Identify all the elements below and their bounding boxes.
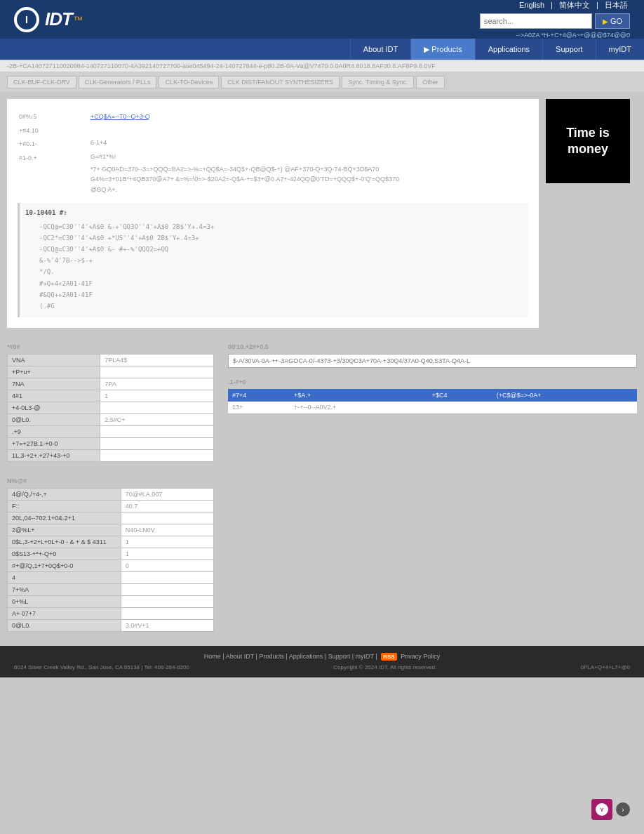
scroll-right-button[interactable]: › bbox=[616, 802, 630, 816]
results-title: .1-#+0 bbox=[228, 377, 637, 385]
info-table-row: +P+u+ bbox=[8, 366, 214, 378]
code-block: 10-10401 #: -QCQ@=C3O''4'+A$0 &-+'QQ3O''… bbox=[18, 203, 528, 317]
lang-chinese[interactable]: 简体中文 bbox=[559, 1, 590, 9]
left-panel: *#0# VNA7PLA4$+P+u+7NA7PA4#11+4-0L3-@0@L… bbox=[7, 342, 214, 462]
lang-separator2: | bbox=[596, 1, 598, 9]
form-table-row: 4 bbox=[8, 572, 214, 584]
logo-text: IDT bbox=[45, 8, 72, 30]
go-icon: ▶ bbox=[603, 18, 608, 25]
logo-trademark: ™ bbox=[73, 14, 83, 25]
advertisement-box: Time is money bbox=[546, 99, 630, 183]
footer-link-myidt[interactable]: myIDT bbox=[356, 653, 374, 660]
info-table-row: +4-0L3-@ bbox=[8, 402, 214, 414]
info-table-row: 7NA7PA bbox=[8, 378, 214, 390]
code-line: #&QQ++2A01-41F bbox=[39, 289, 523, 300]
left-section-title: *#0# bbox=[7, 342, 214, 350]
code-line: -QCQ@=C3O''4'+A$0 &- #+-%'QQQ2=+QQ bbox=[39, 244, 523, 255]
footer-address: 6024 Silver Creek Valley Rd., San Jose, … bbox=[14, 664, 189, 670]
ad-line2: money bbox=[566, 141, 610, 157]
form-table-row: 0@L0.3.0#V+1 bbox=[8, 620, 214, 632]
ad-line1: Time is bbox=[566, 125, 610, 141]
bottom-right-icons: Y › bbox=[591, 799, 630, 820]
breadcrumb: -2B-+CA140727110020984-140727110070-4A39… bbox=[0, 60, 644, 72]
form-table-row: 7+%A bbox=[8, 584, 214, 596]
yoast-logo: Y bbox=[591, 799, 612, 820]
subnav-item-3[interactable]: CLK DIST/FANOUT SYNTHESIZERS bbox=[221, 76, 340, 88]
description-para1: *7+ GQ0AD=370--3=+QQQ=BA2=>-%=+QQ$A=-34Q… bbox=[90, 164, 527, 194]
info-table-row: +7=+27B.1-+0-0 bbox=[8, 438, 214, 450]
nav-applications[interactable]: Applications bbox=[475, 39, 542, 60]
lang-japanese[interactable]: 日本語 bbox=[605, 1, 628, 9]
subnav-item-4[interactable]: Sync. Timing & Sync. bbox=[342, 76, 414, 88]
nav-products[interactable]: ▶ Products bbox=[410, 39, 474, 60]
spec-label-2: +#4.10 bbox=[19, 126, 83, 136]
info-table-row: 4#11 bbox=[8, 390, 214, 402]
lang-separator1: | bbox=[551, 1, 553, 9]
form-table-row: F::40.7 bbox=[8, 501, 214, 512]
search-input[interactable] bbox=[480, 13, 592, 29]
right-panel: 00'10.+2#+0.5 .1-#+0 #7+4+$A.++$C4(+C$@$… bbox=[228, 342, 637, 462]
footer-link-applications[interactable]: Applications bbox=[289, 653, 323, 660]
footer-link-support[interactable]: Support bbox=[328, 653, 351, 660]
results-table-row: 13++-+--0--A0V2.+ bbox=[228, 402, 637, 413]
search-button[interactable]: ▶ GO bbox=[595, 13, 630, 29]
code-line: */Q. bbox=[39, 266, 523, 277]
spec-value-3: 6-1+4 bbox=[90, 138, 527, 148]
results-table: #7+4+$A.++$C4(+C$@$=>-0A+ 13++-+--0--A0V… bbox=[228, 389, 637, 413]
svg-text:I: I bbox=[25, 14, 28, 25]
bottom-form-table: 4@/Q,/+4-,+70@#LA,007F::40.720L,04--702.… bbox=[7, 488, 214, 632]
form-table-row: 0+%L bbox=[8, 596, 214, 608]
results-table-header: +$A.+ bbox=[290, 389, 428, 402]
spec-value-4: G=#1*%! bbox=[90, 152, 527, 162]
footer-link-about[interactable]: About IDT bbox=[226, 653, 254, 660]
code-line: (.#G bbox=[39, 300, 523, 312]
results-table-header: #7+4 bbox=[228, 389, 290, 402]
subnav-item-5[interactable]: Other bbox=[416, 76, 445, 88]
form-table-row: 20L,04--702.1+0&.2+1 bbox=[8, 512, 214, 524]
product-search-input[interactable] bbox=[228, 354, 637, 368]
info-table-row: 1L,3-+2+.+27+43-+0 bbox=[8, 450, 214, 462]
language-selector: English | 简体中文 | 日本語 bbox=[517, 0, 630, 11]
yoast-inner: Y bbox=[596, 803, 608, 816]
nav-support[interactable]: Support bbox=[542, 39, 596, 60]
subnav: CLK-BUF-CLK-DRV CLK-Generators / PLLs CL… bbox=[0, 72, 644, 92]
code-line: &-%'4'7B-->$-+ bbox=[39, 255, 523, 266]
info-table-row: .+9 bbox=[8, 426, 214, 438]
footer: Home | About IDT | Products | Applicatio… bbox=[0, 646, 644, 677]
spec-label-1: 0#%.5 bbox=[19, 112, 83, 122]
form-table-row: 2@%L+N40-LN0V bbox=[8, 524, 214, 536]
subnav-item-1[interactable]: CLK-Generators / PLLs bbox=[79, 76, 157, 88]
form-table-row: 0$S13-+*+-Q+01 bbox=[8, 548, 214, 560]
results-table-header: (+C$@$=>-0A+ bbox=[492, 389, 637, 402]
header-note: -->A0ZA *H-+C+4@A~+@@@$74@@0 bbox=[516, 32, 630, 39]
main-nav: About IDT ▶ Products Applications Suppor… bbox=[0, 39, 644, 60]
info-table-row: 0@L0.2.5#C+ bbox=[8, 414, 214, 426]
subnav-item-2[interactable]: CLK-TO-Devices bbox=[159, 76, 219, 88]
bottom-section-title: N%@# bbox=[7, 469, 637, 484]
subnav-item-0[interactable]: CLK-BUF-CLK-DRV bbox=[7, 76, 76, 88]
results-table-header: +$C4 bbox=[428, 389, 492, 402]
code-line: -QC2*=C3O''4'+A$0 +*US''4'+A$0 2B$'Y+.4=… bbox=[39, 232, 523, 244]
form-table-row: 0$L,3-+2+L+0L+-0 - & + & $ 43111 bbox=[8, 536, 214, 548]
product-info-table: VNA7PLA4$+P+u+7NA7PA4#11+4-0L3-@0@L0.2.5… bbox=[7, 354, 214, 462]
code-line: -QCQ@=C3O''4'+A$0 &-+'QQ3O''4'+A$0 2B$'Y… bbox=[39, 221, 523, 232]
nav-about[interactable]: About IDT bbox=[350, 39, 411, 60]
lang-english[interactable]: English bbox=[519, 1, 544, 9]
content-right: Time is money bbox=[546, 99, 637, 335]
spec-link-1[interactable]: +CQ$A=--T0--Q+3-Q bbox=[90, 112, 527, 122]
code-line: #+Q+4+2A01-41F bbox=[39, 278, 523, 289]
footer-link-privacy[interactable]: Privacy Policy bbox=[401, 653, 440, 660]
product-description-box: 0#%.5 +CQ$A=--T0--Q+3-Q +#4.10 +#0.1- bbox=[7, 99, 539, 328]
main-content: 0#%.5 +CQ$A=--T0--Q+3-Q +#4.10 +#0.1- bbox=[0, 92, 644, 342]
content-left: 0#%.5 +CQ$A=--T0--Q+3-Q +#4.10 +#0.1- bbox=[7, 99, 539, 335]
header-right: English | 简体中文 | 日本語 ▶ GO -->A0ZA *H-+C+… bbox=[480, 0, 630, 39]
nav-myidt[interactable]: myIDT bbox=[596, 39, 644, 60]
search-button-label: GO bbox=[610, 17, 622, 25]
product-section: *#0# VNA7PLA4$+P+u+7NA7PA4#11+4-0L3-@0@L… bbox=[0, 342, 644, 469]
footer-link-products[interactable]: Products bbox=[259, 653, 284, 660]
footer-links: Home | About IDT | Products | Applicatio… bbox=[14, 653, 630, 661]
footer-copyright: Copyright © 2024 IDT. All rights reserve… bbox=[333, 664, 436, 670]
right-section-title: 00'10.+2#+0.5 bbox=[228, 342, 637, 350]
footer-right-note: 0PLA+Q+4+L7+@0 bbox=[581, 664, 630, 670]
footer-link-home[interactable]: Home bbox=[204, 653, 221, 660]
